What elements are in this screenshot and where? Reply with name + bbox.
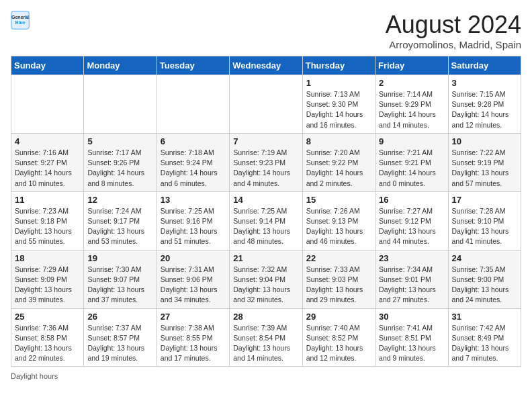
month-title: August 2024 <box>386 11 521 39</box>
day-number: 25 <box>15 312 80 322</box>
calendar-day-header: Saturday <box>448 56 521 75</box>
day-number: 15 <box>306 195 371 205</box>
calendar-cell: 22Sunrise: 7:33 AM Sunset: 9:03 PM Dayli… <box>302 250 375 308</box>
day-number: 10 <box>452 136 517 146</box>
day-info: Sunrise: 7:37 AM Sunset: 8:57 PM Dayligh… <box>87 323 152 364</box>
calendar-cell: 6Sunrise: 7:18 AM Sunset: 9:24 PM Daylig… <box>157 133 229 191</box>
day-info: Sunrise: 7:25 AM Sunset: 9:16 PM Dayligh… <box>161 206 226 247</box>
calendar-cell: 7Sunrise: 7:19 AM Sunset: 9:23 PM Daylig… <box>230 133 302 191</box>
day-info: Sunrise: 7:16 AM Sunset: 9:27 PM Dayligh… <box>15 148 80 189</box>
day-info: Sunrise: 7:26 AM Sunset: 9:13 PM Dayligh… <box>306 206 371 247</box>
day-number: 5 <box>87 136 152 146</box>
day-info: Sunrise: 7:41 AM Sunset: 8:51 PM Dayligh… <box>379 323 444 364</box>
day-info: Sunrise: 7:33 AM Sunset: 9:03 PM Dayligh… <box>306 265 371 306</box>
calendar-cell: 18Sunrise: 7:29 AM Sunset: 9:09 PM Dayli… <box>11 250 84 308</box>
calendar-cell: 26Sunrise: 7:37 AM Sunset: 8:57 PM Dayli… <box>84 308 157 367</box>
day-number: 1 <box>306 78 371 88</box>
calendar-cell: 5Sunrise: 7:17 AM Sunset: 9:26 PM Daylig… <box>84 133 157 191</box>
day-info: Sunrise: 7:22 AM Sunset: 9:19 PM Dayligh… <box>452 148 517 189</box>
calendar-cell: 30Sunrise: 7:41 AM Sunset: 8:51 PM Dayli… <box>375 308 448 367</box>
calendar-cell <box>11 75 84 134</box>
calendar-cell: 28Sunrise: 7:39 AM Sunset: 8:54 PM Dayli… <box>230 308 302 367</box>
day-number: 7 <box>233 136 298 146</box>
page-header: General Blue August 2024 Arroyomolinos, … <box>11 11 521 50</box>
day-number: 14 <box>233 195 298 205</box>
day-number: 18 <box>15 253 80 263</box>
day-info: Sunrise: 7:15 AM Sunset: 9:28 PM Dayligh… <box>452 89 517 130</box>
day-number: 13 <box>161 195 226 205</box>
day-number: 19 <box>87 253 152 263</box>
calendar-header-row: SundayMondayTuesdayWednesdayThursdayFrid… <box>11 56 521 75</box>
calendar-cell: 13Sunrise: 7:25 AM Sunset: 9:16 PM Dayli… <box>157 191 229 250</box>
calendar-cell: 16Sunrise: 7:27 AM Sunset: 9:12 PM Dayli… <box>375 191 448 250</box>
day-number: 12 <box>87 195 152 205</box>
calendar-day-header: Friday <box>375 56 448 75</box>
day-info: Sunrise: 7:24 AM Sunset: 9:17 PM Dayligh… <box>87 206 152 247</box>
day-info: Sunrise: 7:20 AM Sunset: 9:22 PM Dayligh… <box>306 148 371 189</box>
calendar-cell: 12Sunrise: 7:24 AM Sunset: 9:17 PM Dayli… <box>84 191 157 250</box>
calendar-week-row: 18Sunrise: 7:29 AM Sunset: 9:09 PM Dayli… <box>11 250 521 308</box>
calendar-cell: 1Sunrise: 7:13 AM Sunset: 9:30 PM Daylig… <box>302 75 375 134</box>
calendar-cell: 20Sunrise: 7:31 AM Sunset: 9:06 PM Dayli… <box>157 250 229 308</box>
day-info: Sunrise: 7:40 AM Sunset: 8:52 PM Dayligh… <box>306 323 371 364</box>
calendar-cell: 14Sunrise: 7:25 AM Sunset: 9:14 PM Dayli… <box>230 191 302 250</box>
day-info: Sunrise: 7:32 AM Sunset: 9:04 PM Dayligh… <box>233 265 298 306</box>
day-info: Sunrise: 7:38 AM Sunset: 8:55 PM Dayligh… <box>161 323 226 364</box>
day-info: Sunrise: 7:31 AM Sunset: 9:06 PM Dayligh… <box>161 265 226 306</box>
day-number: 29 <box>306 312 371 322</box>
day-number: 27 <box>161 312 226 322</box>
calendar-cell <box>157 75 229 134</box>
calendar-week-row: 4Sunrise: 7:16 AM Sunset: 9:27 PM Daylig… <box>11 133 521 191</box>
day-info: Sunrise: 7:35 AM Sunset: 9:00 PM Dayligh… <box>452 265 517 306</box>
logo-icon: General Blue <box>11 11 30 30</box>
calendar-week-row: 1Sunrise: 7:13 AM Sunset: 9:30 PM Daylig… <box>11 75 521 134</box>
calendar-day-header: Tuesday <box>157 56 229 75</box>
day-number: 26 <box>87 312 152 322</box>
day-info: Sunrise: 7:14 AM Sunset: 9:29 PM Dayligh… <box>379 89 444 130</box>
calendar-cell: 27Sunrise: 7:38 AM Sunset: 8:55 PM Dayli… <box>157 308 229 367</box>
calendar-cell: 24Sunrise: 7:35 AM Sunset: 9:00 PM Dayli… <box>448 250 521 308</box>
calendar-cell <box>84 75 157 134</box>
svg-text:Blue: Blue <box>15 20 25 25</box>
calendar-cell: 2Sunrise: 7:14 AM Sunset: 9:29 PM Daylig… <box>375 75 448 134</box>
day-info: Sunrise: 7:13 AM Sunset: 9:30 PM Dayligh… <box>306 89 371 130</box>
day-number: 6 <box>161 136 226 146</box>
day-info: Sunrise: 7:27 AM Sunset: 9:12 PM Dayligh… <box>379 206 444 247</box>
logo: General Blue <box>11 11 30 30</box>
day-info: Sunrise: 7:21 AM Sunset: 9:21 PM Dayligh… <box>379 148 444 189</box>
calendar-cell: 23Sunrise: 7:34 AM Sunset: 9:01 PM Dayli… <box>375 250 448 308</box>
day-number: 8 <box>306 136 371 146</box>
calendar-cell: 10Sunrise: 7:22 AM Sunset: 9:19 PM Dayli… <box>448 133 521 191</box>
calendar-cell: 31Sunrise: 7:42 AM Sunset: 8:49 PM Dayli… <box>448 308 521 367</box>
day-number: 24 <box>452 253 517 263</box>
calendar-cell: 3Sunrise: 7:15 AM Sunset: 9:28 PM Daylig… <box>448 75 521 134</box>
day-number: 11 <box>15 195 80 205</box>
calendar-cell: 11Sunrise: 7:23 AM Sunset: 9:18 PM Dayli… <box>11 191 84 250</box>
day-number: 20 <box>161 253 226 263</box>
calendar-table: SundayMondayTuesdayWednesdayThursdayFrid… <box>11 56 521 367</box>
day-number: 31 <box>452 312 517 322</box>
title-block: August 2024 Arroyomolinos, Madrid, Spain <box>386 11 521 50</box>
day-number: 23 <box>379 253 444 263</box>
day-info: Sunrise: 7:36 AM Sunset: 8:58 PM Dayligh… <box>15 323 80 364</box>
day-info: Sunrise: 7:19 AM Sunset: 9:23 PM Dayligh… <box>233 148 298 189</box>
calendar-cell: 25Sunrise: 7:36 AM Sunset: 8:58 PM Dayli… <box>11 308 84 367</box>
day-number: 2 <box>379 78 444 88</box>
day-info: Sunrise: 7:29 AM Sunset: 9:09 PM Dayligh… <box>15 265 80 306</box>
calendar-cell: 19Sunrise: 7:30 AM Sunset: 9:07 PM Dayli… <box>84 250 157 308</box>
day-info: Sunrise: 7:25 AM Sunset: 9:14 PM Dayligh… <box>233 206 298 247</box>
calendar-cell: 29Sunrise: 7:40 AM Sunset: 8:52 PM Dayli… <box>302 308 375 367</box>
daylight-label: Daylight hours <box>11 372 58 380</box>
calendar-cell: 9Sunrise: 7:21 AM Sunset: 9:21 PM Daylig… <box>375 133 448 191</box>
day-info: Sunrise: 7:23 AM Sunset: 9:18 PM Dayligh… <box>15 206 80 247</box>
day-info: Sunrise: 7:28 AM Sunset: 9:10 PM Dayligh… <box>452 206 517 247</box>
calendar-cell <box>230 75 302 134</box>
day-info: Sunrise: 7:18 AM Sunset: 9:24 PM Dayligh… <box>161 148 226 189</box>
calendar-day-header: Thursday <box>302 56 375 75</box>
calendar-week-row: 25Sunrise: 7:36 AM Sunset: 8:58 PM Dayli… <box>11 308 521 367</box>
day-number: 22 <box>306 253 371 263</box>
calendar-cell: 15Sunrise: 7:26 AM Sunset: 9:13 PM Dayli… <box>302 191 375 250</box>
day-number: 21 <box>233 253 298 263</box>
footer: Daylight hours <box>11 372 521 380</box>
day-number: 3 <box>452 78 517 88</box>
